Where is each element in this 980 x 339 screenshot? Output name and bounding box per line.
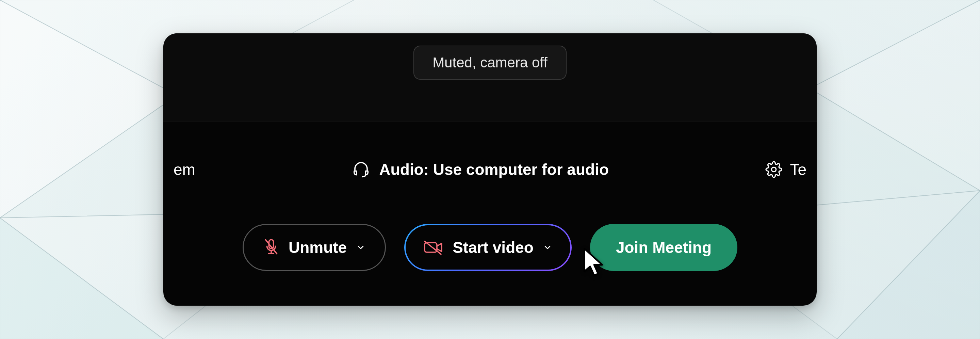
right-fragment-text: Te xyxy=(790,160,807,179)
status-label: Muted, camera off xyxy=(433,54,547,70)
svg-point-0 xyxy=(772,167,776,172)
right-truncated-option[interactable]: Te xyxy=(765,160,807,179)
left-fragment-text: em xyxy=(173,160,195,179)
chevron-down-icon[interactable] xyxy=(542,242,553,253)
unmute-button[interactable]: Unmute xyxy=(243,224,386,271)
start-video-button[interactable]: Start video xyxy=(404,224,572,271)
camera-off-icon xyxy=(423,239,444,256)
prejoin-panel: Muted, camera off em Audio: Use computer… xyxy=(163,33,817,306)
control-button-row: Unmute Start video xyxy=(163,224,817,271)
join-label: Join Meeting xyxy=(616,238,711,257)
status-tooltip: Muted, camera off xyxy=(414,46,566,80)
start-video-label: Start video xyxy=(453,238,533,257)
status-area: Muted, camera off xyxy=(163,33,817,122)
audio-option-computer[interactable]: Audio: Use computer for audio xyxy=(352,160,609,179)
join-meeting-button[interactable]: Join Meeting xyxy=(590,224,737,271)
chevron-down-icon[interactable] xyxy=(356,242,366,253)
unmute-label: Unmute xyxy=(288,238,347,257)
audio-settings-row: em Audio: Use computer for audio Te xyxy=(163,149,817,190)
headset-icon xyxy=(352,160,370,179)
audio-center-label: Audio: Use computer for audio xyxy=(379,160,609,179)
left-truncated-option[interactable]: em xyxy=(173,160,195,179)
svg-rect-2 xyxy=(425,243,437,252)
mic-off-icon xyxy=(263,238,280,257)
gear-icon xyxy=(765,161,782,178)
